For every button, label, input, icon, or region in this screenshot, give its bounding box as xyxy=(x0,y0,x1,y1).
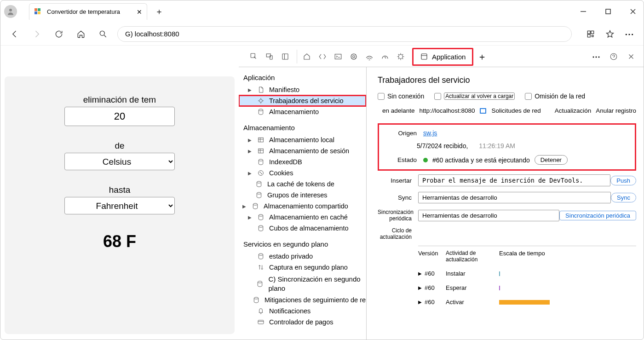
push-button[interactable]: Push xyxy=(610,176,636,185)
sidebar-item-storage[interactable]: Almacenamiento xyxy=(239,106,366,117)
devtools-more-icon[interactable]: ⋯ xyxy=(589,50,603,63)
application-tab[interactable]: Application xyxy=(412,48,473,66)
to-select[interactable]: Fahrenheit xyxy=(64,197,175,214)
webpage: eliminación de tem de Celsius hasta Fahr… xyxy=(0,67,239,340)
bypass-network-checkbox[interactable]: Omisión de la red xyxy=(525,92,585,100)
stop-button[interactable]: Detener xyxy=(535,155,568,165)
network-tab-icon[interactable] xyxy=(362,50,376,63)
status-dot-icon xyxy=(423,158,428,162)
svg-point-35 xyxy=(257,192,261,194)
profile-button[interactable] xyxy=(4,5,17,18)
dock-icon[interactable] xyxy=(278,50,292,63)
sidebar-item-interest-groups[interactable]: Grupos de intereses xyxy=(239,190,366,201)
menu-button[interactable]: ⋯ xyxy=(621,26,637,42)
console-tab-icon[interactable] xyxy=(331,50,345,63)
update-link[interactable]: Actualización xyxy=(555,107,592,114)
value-label: eliminación de tem xyxy=(83,95,156,105)
elements-tab-icon[interactable] xyxy=(316,50,329,63)
extensions-button[interactable] xyxy=(583,26,598,42)
sidebar-item-private-state[interactable]: estado privado xyxy=(239,251,366,262)
cycle-row-install[interactable]: ▶#60Instalar xyxy=(418,266,636,281)
application-sidebar[interactable]: Aplicación ▶Manifiesto Trabajadores del … xyxy=(239,67,366,340)
window-close[interactable] xyxy=(626,5,640,18)
svg-rect-2 xyxy=(38,8,40,11)
svg-point-26 xyxy=(259,99,263,103)
sidebar-item-manifest[interactable]: ▶Manifiesto xyxy=(239,84,366,95)
periodic-sync-button[interactable]: Sincronización periódica xyxy=(559,211,636,220)
sidebar-item-payment-handler[interactable]: Controlador de pagos xyxy=(239,317,366,328)
device-toggle-icon[interactable] xyxy=(263,50,276,63)
sw-scope-url: http://localhost:8080 xyxy=(420,107,475,114)
forward-button[interactable] xyxy=(29,26,45,42)
from-select[interactable]: Celsius xyxy=(64,153,175,170)
more-tabs-button[interactable]: ＋ xyxy=(475,50,489,63)
window-maximize[interactable] xyxy=(601,5,615,18)
performance-tab-icon[interactable] xyxy=(378,50,392,63)
sidebar-item-storage-buckets[interactable]: Cubos de almacenamiento xyxy=(239,223,366,234)
sidebar-item-background-sync[interactable]: C) Sincronización en segundo plano xyxy=(239,273,366,294)
offline-checkbox[interactable]: Sin conexión xyxy=(378,92,424,100)
sync-input[interactable] xyxy=(418,192,611,203)
sidebar-item-token-cache[interactable]: La caché de tokens de xyxy=(239,179,366,190)
sidebar-item-indexeddb[interactable]: IndexedDB xyxy=(239,156,366,167)
inspect-icon[interactable] xyxy=(247,50,261,63)
svg-rect-3 xyxy=(34,12,37,14)
sidebar-item-background-fetch[interactable]: Captura en segundo plano xyxy=(239,262,366,273)
home-button[interactable] xyxy=(73,26,89,42)
svg-rect-6 xyxy=(606,9,610,14)
svg-point-25 xyxy=(610,53,617,60)
sw-source-link[interactable]: sw.js xyxy=(423,129,437,137)
cycle-row-activate[interactable]: ▶#60Activar xyxy=(418,295,636,309)
source-label: Origen xyxy=(383,130,423,137)
unregister-link[interactable]: Anular registro xyxy=(596,107,636,114)
tab-favicon xyxy=(34,8,42,16)
devtools-tabbar: Application ＋ ⋯ xyxy=(239,46,644,67)
svg-rect-28 xyxy=(259,138,264,142)
browser-tab[interactable]: Convertidor de temperatura ✕ xyxy=(29,3,147,20)
to-label: hasta xyxy=(109,185,130,195)
main-row: eliminación de tem de Celsius hasta Fahr… xyxy=(0,67,644,340)
sidebar-item-service-workers[interactable]: Trabajadores del servicio xyxy=(239,95,366,106)
sources-tab-icon[interactable] xyxy=(347,50,361,63)
browser-toolbar: G) localhost:8080 ⋯ xyxy=(0,23,644,46)
value-input[interactable] xyxy=(64,107,175,126)
sidebar-item-local-storage[interactable]: ▶Almacenamiento local xyxy=(239,134,366,145)
svg-point-40 xyxy=(258,281,262,283)
cycle-row-wait[interactable]: ▶#60Esperar xyxy=(418,281,636,295)
periodic-sync-input[interactable] xyxy=(418,210,559,221)
sw-status-text: #60 activada y se está ejecutando xyxy=(432,156,530,164)
memory-tab-icon[interactable] xyxy=(394,50,408,63)
sidebar-item-session-storage[interactable]: ▶Almacenamiento de sesión xyxy=(239,145,366,156)
svg-rect-17 xyxy=(282,54,288,59)
svg-rect-13 xyxy=(592,35,593,36)
tab-title: Convertidor de temperatura xyxy=(47,8,120,15)
section-background-services: Servicios en segundo plano xyxy=(239,234,366,251)
address-bar[interactable]: G) localhost:8080 xyxy=(117,26,572,42)
svg-point-39 xyxy=(259,254,263,255)
push-input[interactable] xyxy=(418,174,610,186)
new-tab-button[interactable]: ＋ xyxy=(152,4,167,19)
sidebar-item-cache-storage[interactable]: ▶Almacenamiento en caché xyxy=(239,212,366,223)
screenshot-icon[interactable] xyxy=(479,108,487,114)
devtools-close-icon[interactable] xyxy=(624,50,638,63)
favorites-button[interactable] xyxy=(602,26,618,42)
tab-close-button[interactable]: ✕ xyxy=(137,8,142,16)
sidebar-item-bounce-tracking[interactable]: Mitigaciones de seguimiento de rebote xyxy=(239,294,366,305)
sync-button[interactable]: Sync xyxy=(611,193,636,202)
search-button[interactable] xyxy=(95,26,111,42)
sync-label: Sync xyxy=(378,194,418,201)
sidebar-item-cookies[interactable]: ▶Cookies xyxy=(239,167,366,179)
refresh-button[interactable] xyxy=(51,26,67,42)
svg-point-33 xyxy=(261,173,262,174)
svg-point-34 xyxy=(257,181,261,183)
update-on-reload-checkbox[interactable]: Actualizar al volver a cargar xyxy=(434,92,515,100)
welcome-tab-icon[interactable] xyxy=(300,50,314,63)
svg-point-38 xyxy=(259,225,263,227)
sidebar-item-notifications[interactable]: Notificaciones xyxy=(239,305,366,317)
devtools-help-icon[interactable] xyxy=(607,50,621,63)
back-button[interactable] xyxy=(7,26,23,42)
window-minimize[interactable] xyxy=(576,5,590,18)
svg-point-9 xyxy=(100,31,104,35)
network-requests-link[interactable]: Solicitudes de red xyxy=(491,107,540,114)
sidebar-item-shared-storage[interactable]: ▶Almacenamiento compartido xyxy=(239,201,366,212)
